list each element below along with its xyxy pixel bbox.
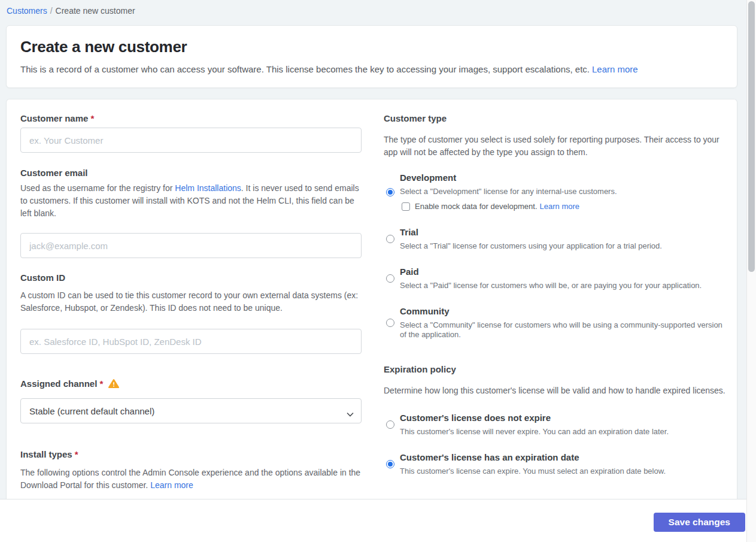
helm-installations-link[interactable]: Helm Installations — [175, 183, 241, 193]
assigned-channel-label-text: Assigned channel — [20, 379, 97, 388]
customer-type-description: The type of customer you select is used … — [384, 134, 727, 159]
customer-type-heading: Customer type — [384, 114, 727, 123]
expiration-policy-heading: Expiration policy — [384, 365, 727, 374]
community-option-title: Community — [400, 307, 727, 316]
trial-option-body: Trial Select a "Trial" license for custo… — [400, 228, 662, 251]
license-no-expire-radio[interactable] — [386, 420, 394, 429]
assigned-channel-select[interactable]: Stable (current default channel) — [20, 398, 362, 423]
custom-id-label-text: Custom ID — [20, 273, 65, 282]
no-expire-option-title: Customer's license does not expire — [400, 413, 669, 422]
header-learn-more-link[interactable]: Learn more — [592, 64, 638, 74]
customer-type-option-trial: Trial Select a "Trial" license for custo… — [384, 228, 727, 251]
install-types-label: Install types* — [20, 450, 362, 459]
customer-email-desc-before: Used as the username for the registry fo… — [20, 183, 175, 193]
page-description-text: This is a record of a customer who can a… — [20, 64, 590, 74]
customer-email-description: Used as the username for the registry fo… — [20, 182, 362, 220]
page-description: This is a record of a customer who can a… — [20, 64, 723, 74]
trial-radio[interactable] — [386, 235, 394, 243]
install-types-learn-more-link[interactable]: Learn more — [150, 480, 193, 490]
development-radio[interactable] — [386, 188, 394, 196]
paid-radio[interactable] — [386, 274, 394, 283]
development-option-title: Development — [400, 173, 617, 182]
form-left-column: Customer name* Customer email Used as th… — [20, 114, 362, 499]
required-asterisk: * — [90, 114, 94, 123]
development-option-body: Development Select a "Development" licen… — [400, 173, 617, 211]
customer-email-label-text: Customer email — [20, 168, 88, 177]
community-option-body: Community Select a "Community" license f… — [400, 307, 727, 340]
customer-name-label: Customer name* — [20, 114, 362, 123]
has-date-option-description: This customer's license can expire. You … — [400, 467, 666, 476]
community-radio[interactable] — [386, 319, 394, 327]
install-types-description: The following options control the Admin … — [20, 467, 362, 492]
customer-type-option-paid: Paid Select a "Paid" license for custome… — [384, 267, 727, 290]
customer-email-input[interactable] — [20, 233, 362, 258]
expiration-option-has-date: Customer's license has an expiration dat… — [384, 453, 727, 476]
custom-id-description: A custom ID can be used to tie this cust… — [20, 289, 362, 314]
mock-data-learn-more-link[interactable]: Learn more — [540, 202, 579, 211]
breadcrumb-customers-link[interactable]: Customers — [7, 6, 47, 16]
customer-type-option-community: Community Select a "Community" license f… — [384, 307, 727, 340]
breadcrumb-separator: / — [50, 6, 53, 16]
page-scrollbar[interactable] — [746, 0, 756, 542]
mock-data-checkbox-label: Enable mock data for development.Learn m… — [415, 202, 579, 211]
trial-option-description: Select a "Trial" license for customers u… — [400, 241, 662, 251]
breadcrumb-current: Create new customer — [56, 6, 135, 16]
no-expire-option-description: This customer's license will never expir… — [400, 427, 669, 437]
customer-email-label: Customer email — [20, 168, 362, 177]
community-option-description: Select a "Community" license for custome… — [400, 320, 727, 340]
paid-option-body: Paid Select a "Paid" license for custome… — [400, 267, 702, 290]
has-date-option-title: Customer's license has an expiration dat… — [400, 453, 666, 462]
no-expire-option-body: Customer's license does not expire This … — [400, 413, 669, 437]
breadcrumb: Customers/Create new customer — [0, 0, 756, 25]
form-footer: Save changes — [0, 499, 746, 542]
has-date-option-body: Customer's license has an expiration dat… — [400, 453, 666, 476]
custom-id-label: Custom ID — [20, 273, 362, 282]
customer-name-input[interactable] — [20, 128, 362, 153]
scrollbar-thumb[interactable] — [748, 1, 755, 272]
mock-data-checkbox[interactable] — [402, 202, 410, 211]
license-expiration-date-radio[interactable] — [386, 460, 394, 468]
save-changes-button[interactable]: Save changes — [654, 513, 745, 532]
customer-type-option-development: Development Select a "Development" licen… — [384, 173, 727, 211]
paid-option-description: Select a "Paid" license for customers wh… — [400, 281, 702, 290]
expiration-option-no-expire: Customer's license does not expire This … — [384, 413, 727, 437]
assigned-channel-label: Assigned channel* — [20, 379, 362, 389]
development-option-description: Select a "Development" license for any i… — [400, 187, 617, 196]
page-title: Create a new customer — [20, 38, 723, 56]
required-asterisk: * — [75, 450, 78, 459]
custom-id-input[interactable] — [20, 329, 362, 354]
mock-data-checkbox-row: Enable mock data for development.Learn m… — [402, 202, 617, 211]
page-header-card: Create a new customer This is a record o… — [6, 25, 737, 88]
expiration-policy-description: Determine how long this customer's licen… — [384, 384, 727, 397]
warning-icon — [108, 379, 119, 389]
customer-form-card: Customer name* Customer email Used as th… — [6, 99, 737, 499]
paid-option-title: Paid — [400, 267, 702, 276]
install-types-label-text: Install types — [20, 450, 72, 459]
required-asterisk: * — [99, 379, 103, 388]
mock-data-label-text: Enable mock data for development. — [415, 202, 538, 211]
customer-name-label-text: Customer name — [20, 114, 88, 123]
form-right-column: Customer type The type of customer you s… — [384, 114, 727, 499]
trial-option-title: Trial — [400, 228, 662, 237]
